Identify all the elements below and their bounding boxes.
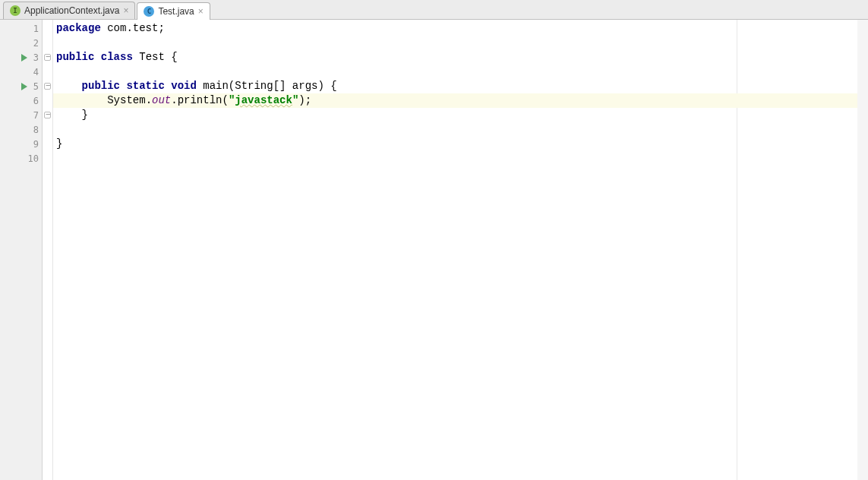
fold-row	[43, 21, 52, 36]
code-line[interactable]	[53, 65, 868, 79]
fold-toggle-icon[interactable]	[44, 112, 51, 118]
gutter-row[interactable]: 10	[0, 151, 42, 166]
code-line[interactable]: public static void main(String[] args) {	[53, 79, 868, 93]
code-line[interactable]: package com.test;	[53, 21, 868, 36]
fold-toggle-icon[interactable]	[44, 83, 51, 90]
tab-application-context[interactable]: ApplicationContext.java ×	[3, 2, 135, 19]
tab-bar: ApplicationContext.java × Test.java ×	[0, 0, 868, 20]
line-number: 8	[22, 125, 39, 135]
line-number: 9	[22, 139, 39, 150]
fold-row	[43, 151, 52, 166]
gutter-row[interactable]: 3	[0, 50, 42, 65]
close-icon[interactable]: ×	[198, 7, 204, 16]
fold-row	[43, 108, 52, 122]
gutter-row[interactable]: 5	[0, 79, 42, 93]
fold-column	[43, 20, 53, 480]
code-line[interactable]: }	[53, 137, 868, 151]
gutter-row[interactable]: 9	[0, 137, 42, 151]
run-icon[interactable]	[21, 83, 27, 90]
tab-label: ApplicationContext.java	[24, 5, 119, 16]
fold-row	[43, 36, 52, 50]
gutter-row[interactable]: 7	[0, 108, 42, 122]
interface-icon	[10, 5, 21, 16]
gutter-row[interactable]: 1	[0, 21, 42, 36]
fold-toggle-icon[interactable]	[44, 54, 51, 61]
class-icon	[144, 6, 154, 17]
code-line[interactable]: public class Test {	[53, 50, 868, 65]
run-icon[interactable]	[21, 54, 27, 62]
line-number: 4	[22, 67, 39, 77]
line-number: 10	[22, 153, 39, 164]
line-number: 2	[22, 38, 39, 49]
tab-test[interactable]: Test.java ×	[137, 2, 210, 20]
gutter-row[interactable]: 6	[0, 93, 42, 108]
vertical-scrollbar[interactable]	[857, 20, 868, 480]
line-number: 1	[22, 24, 39, 34]
code-line[interactable]: }	[53, 108, 868, 122]
code-line[interactable]	[53, 122, 868, 137]
fold-row	[43, 50, 52, 65]
fold-row	[43, 79, 52, 93]
editor: 12345678910 package com.test;public clas…	[0, 20, 868, 480]
gutter: 12345678910	[0, 20, 43, 480]
fold-row	[43, 93, 52, 108]
tab-label: Test.java	[158, 6, 194, 17]
gutter-row[interactable]: 8	[0, 122, 42, 137]
line-number: 6	[22, 96, 39, 106]
code-line[interactable]: System.out.println("javastack");	[53, 93, 868, 108]
gutter-row[interactable]: 4	[0, 65, 42, 79]
code-line[interactable]	[53, 151, 868, 166]
code-area[interactable]: package com.test;public class Test { pub…	[53, 20, 868, 480]
line-number: 7	[22, 110, 39, 121]
gutter-row[interactable]: 2	[0, 36, 42, 50]
fold-row	[43, 65, 52, 79]
fold-row	[43, 137, 52, 151]
fold-row	[43, 122, 52, 137]
close-icon[interactable]: ×	[123, 6, 128, 15]
code-line[interactable]	[53, 36, 868, 50]
